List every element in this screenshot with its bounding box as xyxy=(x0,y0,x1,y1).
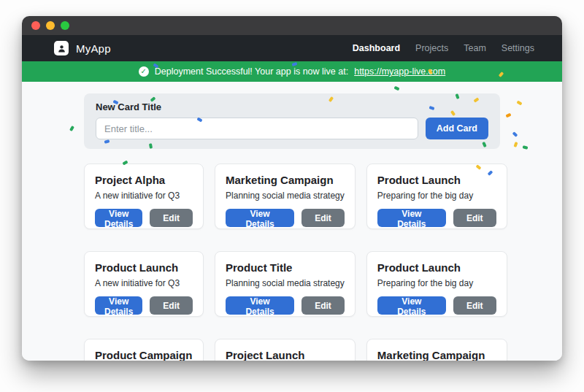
card-title-input[interactable] xyxy=(96,118,418,139)
card-title: Product Launch xyxy=(377,174,496,186)
banner-message: Deployment Successful! Your app is now l… xyxy=(155,66,348,77)
card-project-alpha: Project Alpha A new initiative for Q3 Vi… xyxy=(84,164,204,229)
card-product-launch: Product Launch Preparing for the big day… xyxy=(366,164,507,229)
edit-button[interactable]: Edit xyxy=(301,209,345,227)
card-product-launch-3: Product Launch Preparing for the big day… xyxy=(366,251,507,317)
card-title: Product Launch xyxy=(95,261,193,274)
view-details-button[interactable]: View Details xyxy=(377,296,446,315)
card-description: Preparing for the big day xyxy=(377,191,496,201)
deployment-link[interactable]: https://myapp-live.com xyxy=(354,66,445,77)
card-description: Preparing for the big day xyxy=(377,278,496,288)
card-description: Planning social media strategy xyxy=(226,278,345,288)
view-details-button[interactable]: View Details xyxy=(95,296,142,315)
main-content: New Card Title Add Card Project Alpha A … xyxy=(22,82,562,361)
card-title: Project Launch xyxy=(226,349,345,361)
card-product-campaign: Product Campaign A new initiative for Q3… xyxy=(84,339,204,361)
edit-button[interactable]: Edit xyxy=(301,296,345,315)
check-circle-icon: ✓ xyxy=(139,66,149,77)
window-titlebar xyxy=(22,16,562,35)
navbar: MyApp Dashboard Projects Team Settings xyxy=(22,35,562,61)
cards-grid: Project Alpha A new initiative for Q3 Vi… xyxy=(84,164,500,361)
card-title: Product Campaign xyxy=(95,349,193,361)
minimize-window-button[interactable] xyxy=(46,21,55,30)
edit-button[interactable]: Edit xyxy=(453,209,496,227)
add-card-form: New Card Title Add Card xyxy=(84,93,500,149)
person-icon xyxy=(54,41,69,55)
card-product-title: Product Title Planning social media stra… xyxy=(215,251,356,317)
new-card-title-label: New Card Title xyxy=(96,101,488,112)
nav-item-settings[interactable]: Settings xyxy=(502,43,534,53)
card-description: Planning social media strategy xyxy=(226,191,345,201)
view-details-button[interactable]: View Details xyxy=(377,209,446,227)
card-marketing-campaign-2: Marketing Campaign Planning social media… xyxy=(366,339,507,361)
success-banner: ✓ Deployment Successful! Your app is now… xyxy=(22,61,562,82)
nav-item-projects[interactable]: Projects xyxy=(415,43,448,53)
app-window: MyApp Dashboard Projects Team Settings ✓… xyxy=(22,16,562,361)
card-title: Project Alpha xyxy=(95,174,193,186)
edit-button[interactable]: Edit xyxy=(150,209,193,227)
card-title: Product Launch xyxy=(377,261,496,274)
card-title: Marketing Campaign xyxy=(377,349,496,361)
view-details-button[interactable]: View Details xyxy=(226,296,294,315)
card-title: Marketing Campaign xyxy=(226,174,345,186)
brand-name: MyApp xyxy=(76,42,111,55)
card-product-launch-2: Product Launch A new initiative for Q3 V… xyxy=(84,251,204,317)
close-window-button[interactable] xyxy=(31,21,40,30)
card-marketing-campaign: Marketing Campaign Planning social media… xyxy=(215,164,356,229)
card-project-launch: Project Launch Planning social media str… xyxy=(215,339,356,361)
view-details-button[interactable]: View Details xyxy=(95,209,142,227)
card-title: Product Title xyxy=(226,261,345,274)
card-description: A new initiative for Q3 xyxy=(95,191,193,201)
add-card-button[interactable]: Add Card xyxy=(426,118,488,139)
nav-item-dashboard[interactable]: Dashboard xyxy=(353,43,400,53)
card-description: A new initiative for Q3 xyxy=(95,278,193,288)
nav-items: Dashboard Projects Team Settings xyxy=(353,43,534,53)
brand[interactable]: MyApp xyxy=(54,41,111,55)
edit-button[interactable]: Edit xyxy=(453,296,496,315)
nav-item-team[interactable]: Team xyxy=(464,43,486,53)
edit-button[interactable]: Edit xyxy=(150,296,193,315)
zoom-window-button[interactable] xyxy=(61,21,69,30)
view-details-button[interactable]: View Details xyxy=(226,209,294,227)
